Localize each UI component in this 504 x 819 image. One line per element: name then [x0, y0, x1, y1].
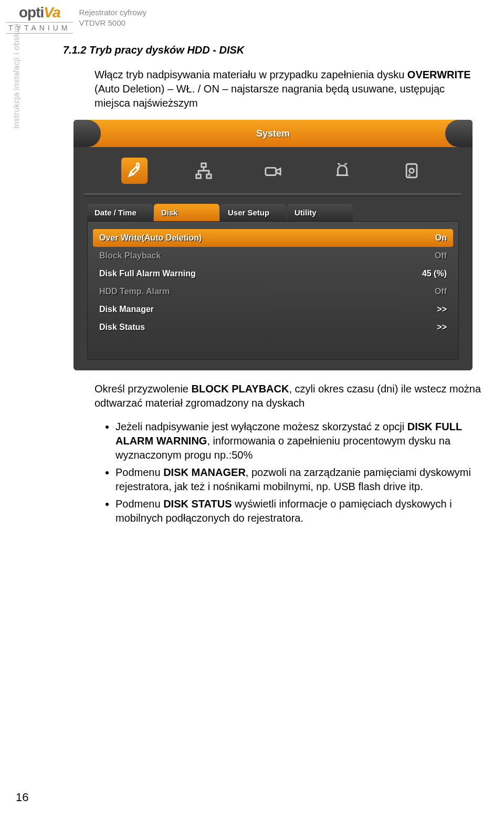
doc-title: Rejestrator cyfrowy VTDVR 5000: [79, 7, 146, 28]
titlebar-decor-left: [74, 120, 101, 147]
dialog-titlebar: System: [74, 120, 472, 147]
row-value: >>: [437, 323, 447, 332]
bullet-pre: Jeżeli nadpisywanie jest wyłączone możes…: [116, 421, 407, 432]
tab-date-time[interactable]: Date / Time: [87, 204, 153, 221]
alarm-icon[interactable]: [329, 158, 355, 184]
list-item: Jeżeli nadpisywanie jest wyłączone możes…: [116, 420, 478, 462]
row-disk-manager[interactable]: Disk Manager >>: [88, 300, 458, 318]
row-disk-full-warning[interactable]: Disk Full Alarm Warning 45 (%): [88, 265, 458, 283]
icon-toolbar: [74, 147, 472, 189]
bullet-pre: Podmenu: [116, 498, 163, 510]
row-label: Disk Manager: [99, 305, 154, 314]
bullet-list: Jeżeli nadpisywanie jest wyłączone możes…: [116, 420, 478, 525]
sidebar-vertical-label: Instrukcja instalacji i obsługi: [12, 23, 20, 129]
system-dialog: System Date / Time Disk User Set: [74, 120, 472, 370]
row-overwrite[interactable]: Over Write(Auto Deletion) On: [93, 229, 453, 247]
page-header: optiVa TYTANIUM Rejestrator cyfrowy VTDV…: [0, 0, 504, 34]
tools-icon[interactable]: [121, 158, 148, 184]
row-label: Disk Status: [99, 323, 145, 332]
svg-point-6: [410, 169, 414, 173]
row-block-playback[interactable]: Block Playback Off: [88, 247, 458, 265]
row-value: 45 (%): [422, 269, 447, 278]
intro-paragraph: Włącz tryb nadpisywania materiału w przy…: [94, 68, 483, 110]
svg-rect-3: [207, 174, 212, 178]
post-bold: BLOCK PLAYBACK: [192, 383, 289, 395]
row-disk-status[interactable]: Disk Status >>: [88, 318, 458, 336]
row-value: On: [435, 233, 447, 243]
logo-text: opti: [19, 4, 44, 20]
bullet-bold: DISK MANAGER: [163, 466, 246, 478]
post-pre: Określ przyzwolenie: [94, 383, 192, 395]
svg-point-7: [409, 175, 410, 175]
doc-title-line1: Rejestrator cyfrowy: [79, 7, 146, 18]
post-paragraph: Określ przyzwolenie BLOCK PLAYBACK, czyl…: [94, 382, 483, 410]
network-icon[interactable]: [191, 158, 217, 184]
toolbar-divider: [84, 193, 462, 196]
row-value: Off: [435, 251, 447, 261]
svg-rect-2: [196, 174, 201, 178]
section-heading: 7.1.2 Tryb pracy dysków HDD - DISK: [63, 44, 483, 56]
list-item: Podmenu DISK STATUS wyświetli informacje…: [116, 497, 478, 525]
titlebar-decor-right: [445, 120, 472, 147]
dialog-title: System: [256, 128, 290, 139]
row-label: Block Playback: [99, 251, 161, 261]
row-value: >>: [437, 305, 447, 314]
tab-disk[interactable]: Disk: [154, 204, 219, 221]
bullet-bold: DISK STATUS: [163, 498, 232, 510]
intro-bold: OVERWRITE: [407, 69, 471, 80]
svg-rect-1: [202, 163, 206, 167]
camera-icon[interactable]: [260, 158, 286, 184]
bullet-pre: Podmenu: [116, 466, 163, 478]
tab-utility[interactable]: Utility: [287, 204, 353, 221]
svg-rect-5: [406, 164, 417, 178]
row-label: Over Write(Auto Deletion): [99, 233, 202, 243]
settings-panel: Over Write(Auto Deletion) On Block Playb…: [87, 221, 459, 360]
row-label: Disk Full Alarm Warning: [99, 269, 196, 278]
hdd-icon[interactable]: [398, 158, 425, 184]
svg-rect-0: [136, 163, 139, 168]
tab-user-setup[interactable]: User Setup: [220, 204, 286, 221]
page-number: 16: [16, 791, 28, 804]
row-label: HDD Temp. Alarm: [99, 287, 170, 296]
logo-main: optiVa: [19, 4, 60, 21]
row-hdd-temp-alarm[interactable]: HDD Temp. Alarm Off: [88, 283, 458, 300]
svg-rect-4: [266, 168, 276, 175]
list-item: Podmenu DISK MANAGER, pozwoli na zarządz…: [116, 465, 478, 494]
row-value: Off: [435, 287, 447, 296]
main-content: 7.1.2 Tryb pracy dysków HDD - DISK Włącz…: [63, 34, 483, 525]
doc-title-line2: VTDVR 5000: [79, 18, 146, 28]
panel-spacer: [88, 336, 458, 352]
logo-accent: Va: [44, 4, 60, 20]
intro-post: (Auto Deletion) – WŁ. / ON – najstarsze …: [94, 83, 445, 109]
intro-pre: Włącz tryb nadpisywania materiału w przy…: [94, 69, 407, 80]
tab-row: Date / Time Disk User Setup Utility: [74, 204, 472, 221]
